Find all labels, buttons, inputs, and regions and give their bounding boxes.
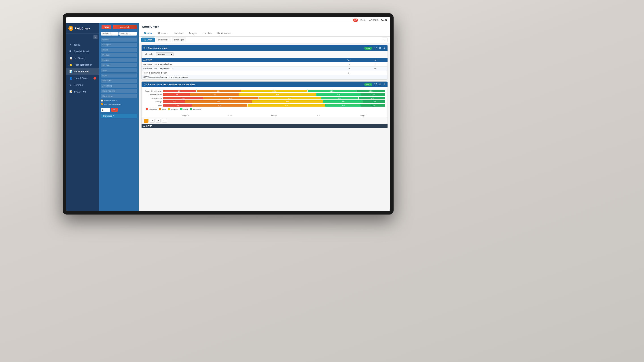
q2-download-icon[interactable]: ⬇: [383, 83, 385, 86]
answers-from-all-row: Answers from all: [99, 99, 139, 102]
top-bar: AP English AP DEMO Dec 02: [66, 17, 390, 23]
cross-tab-button[interactable]: Cross-Tab: [113, 25, 137, 29]
page-btn-1[interactable]: 1: [144, 119, 148, 123]
subtab-by-images[interactable]: By Images: [172, 37, 186, 42]
sidebar-collapse: ‹: [66, 34, 99, 40]
store-ranking-input[interactable]: [101, 89, 137, 93]
date-to-input[interactable]: [120, 32, 137, 35]
bar-food-avg: 30%: [241, 90, 308, 92]
search-button[interactable]: 🔍: [111, 108, 118, 112]
sidebar-item-self-survey[interactable]: 📋 SelfSurvey: [66, 55, 99, 61]
legend-dot-average: [168, 108, 170, 110]
legend-label-very-poor: Very poor: [149, 108, 157, 110]
sidebar-item-performances[interactable]: 📊 Performances: [66, 68, 99, 75]
tab-statistics[interactable]: Statistics: [200, 30, 214, 36]
legend-good: Good: [180, 108, 188, 110]
q1-row-3-no: [363, 71, 388, 75]
q1-download-icon[interactable]: ⬇: [383, 46, 385, 50]
filter-field-location: [101, 58, 137, 62]
completed-data-checkbox[interactable]: [101, 103, 103, 105]
q1-count-icon: 17: [374, 46, 377, 50]
q2-section: Q2. Please check the cleanliness of our …: [141, 81, 388, 128]
main-tabs: General Questions Invitation Analyze Sta…: [139, 30, 390, 37]
q1-show-toggle[interactable]: Show: [364, 47, 372, 50]
filter-field-product2: [101, 52, 137, 57]
brand-input[interactable]: [101, 48, 137, 52]
settings-label: Settings: [74, 84, 83, 86]
page-btn-2[interactable]: 2: [150, 119, 154, 123]
bar-cashier-poor: 22%: [190, 93, 238, 96]
q2-settings-icon[interactable]: ⚙: [379, 83, 381, 86]
filter-field-brand: [101, 47, 137, 52]
q1-settings-icon[interactable]: ⚙: [379, 46, 381, 50]
language-selector[interactable]: English: [360, 19, 367, 21]
sidebar-item-settings[interactable]: ⚙ Settings: [66, 81, 99, 88]
q1-row-2-no: 14: [363, 67, 388, 71]
performances-label: Performances: [74, 70, 89, 73]
page-btn-3[interactable]: 3: [156, 119, 160, 123]
q1-row-4-no: [363, 75, 388, 79]
completed-data-row: Completed data only: [99, 102, 139, 106]
category-input[interactable]: [101, 43, 137, 47]
q1-row-3-label: Toilet is maintained cleanly: [142, 71, 335, 75]
area-group-input[interactable]: [101, 84, 137, 88]
chart-row-food: Food / Drink Counter 15% 20% 30% 22% 13%: [144, 90, 385, 92]
legend-dot-good: [180, 108, 182, 110]
expand-button[interactable]: ⌄: [382, 37, 388, 42]
q2-header: Q2. Please check the cleanliness of our …: [142, 81, 388, 87]
tab-analyze[interactable]: Analyze: [186, 30, 200, 36]
sidebar-item-user-store[interactable]: 👤 User & Store 1: [66, 75, 99, 81]
tab-general[interactable]: General: [141, 30, 155, 36]
bar-cashier-good: 20%: [316, 93, 361, 96]
q1-row-1-yes: 15: [335, 62, 363, 67]
group-input[interactable]: [101, 73, 137, 77]
region-input[interactable]: [101, 63, 137, 67]
tab-questions[interactable]: Questions: [156, 30, 171, 36]
filter-field-distributor: [101, 78, 137, 83]
product2-input[interactable]: [101, 53, 137, 57]
filter-field-store-name: [101, 94, 137, 98]
completed-data-label: Completed data only: [104, 103, 120, 105]
tab-by-interviewer[interactable]: By Interviewer: [215, 30, 234, 36]
subtab-by-graph[interactable]: By Graph: [141, 37, 155, 42]
column-by-select[interactable]: Answer: [156, 52, 174, 56]
special-panel-label: Special Panel: [74, 50, 89, 53]
q1-header: Q1. Store maintenance Show 17 ⚙ ⬇: [142, 45, 388, 51]
bar-total-good: 16%: [325, 104, 361, 107]
legend-very-good: Very good: [190, 108, 201, 110]
q1-row-3-yes: 3: [335, 71, 363, 75]
q2-show-toggle[interactable]: Show: [364, 83, 372, 86]
page-input[interactable]: [101, 108, 110, 112]
download-button[interactable]: Download ▼: [101, 114, 137, 118]
q2-chart-container: Food / Drink Counter 15% 20% 30% 22% 13%: [142, 87, 388, 114]
legend-dot-very-good: [190, 108, 192, 110]
location-input[interactable]: [101, 58, 137, 62]
answers-from-all-checkbox[interactable]: [101, 99, 103, 102]
bar-storage-avg: 32%: [252, 100, 323, 103]
filter-field-region: [101, 63, 137, 67]
tab-invitation[interactable]: Invitation: [171, 30, 186, 36]
area-input[interactable]: [101, 68, 137, 72]
sidebar-item-tasks[interactable]: ✓ Tasks: [66, 41, 99, 48]
content-header: Store Check: [139, 23, 390, 30]
sidebar-item-push-notification[interactable]: 🔔 Push Notification: [66, 61, 99, 68]
monitor-screen: AP English AP DEMO Dec 02 F FieldCheck ‹…: [66, 17, 390, 211]
filter-button[interactable]: Filter: [102, 25, 111, 29]
q1-row-2-yes: 15: [335, 67, 363, 71]
bar-seating-poor: 25%: [203, 97, 258, 99]
q1-col-answer: ANSWER: [142, 58, 335, 62]
sidebar-item-system-log[interactable]: 📝 System log: [66, 88, 99, 95]
product-input[interactable]: [101, 37, 137, 41]
chart-legend: Very poor Poor Average: [144, 107, 385, 111]
sidebar-item-special-panel[interactable]: ☰ Special Panel: [66, 48, 99, 55]
distributor-input[interactable]: [101, 79, 137, 83]
subtab-by-timeline[interactable]: By Timeline: [156, 37, 171, 42]
date-from-input[interactable]: [101, 32, 118, 35]
bar-total-very-poor: 13%: [163, 104, 192, 107]
q2-count-icon: 17: [374, 83, 377, 86]
q1-row-4-yes: [335, 75, 363, 79]
bar-total-very-good: 11%: [361, 104, 385, 107]
q1-title: Q1. Store maintenance: [144, 47, 168, 49]
store-name-input[interactable]: [101, 94, 137, 98]
collapse-button[interactable]: ‹: [94, 35, 98, 39]
